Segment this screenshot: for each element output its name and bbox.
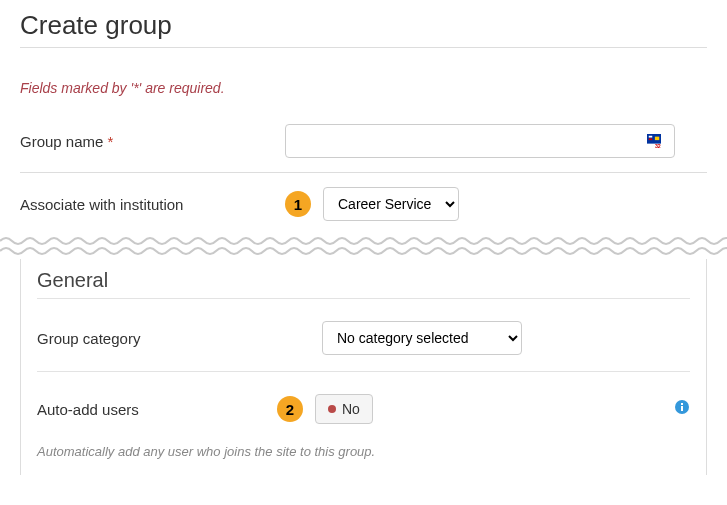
svg-rect-1 xyxy=(649,136,653,138)
general-heading: General xyxy=(37,259,690,298)
divider xyxy=(37,298,690,299)
svg-rect-3 xyxy=(655,137,659,141)
group-name-input[interactable] xyxy=(285,124,675,158)
required-marker: * xyxy=(108,133,114,150)
svg-rect-7 xyxy=(681,403,683,405)
group-category-select[interactable]: No category selected xyxy=(322,321,522,355)
required-fields-note: Fields marked by '*' are required. xyxy=(20,80,707,96)
auto-add-users-label: Auto-add users xyxy=(37,401,277,418)
svg-rect-6 xyxy=(681,406,683,411)
divider xyxy=(37,371,690,372)
group-category-row: Group category No category selected xyxy=(37,315,690,361)
info-icon[interactable] xyxy=(674,399,690,419)
annotation-badge-2: 2 xyxy=(277,396,303,422)
annotation-badge-1: 1 xyxy=(285,191,311,217)
svg-text:32: 32 xyxy=(655,143,661,148)
associate-institution-row: Associate with institution 1 Career Serv… xyxy=(20,173,707,235)
svg-rect-2 xyxy=(649,138,653,140)
general-section: General Group category No category selec… xyxy=(20,259,707,475)
page-title: Create group xyxy=(20,10,707,41)
field-badge-icon: 32 xyxy=(647,134,661,148)
group-name-label: Group name * xyxy=(20,133,285,150)
associate-institution-label: Associate with institution xyxy=(20,196,285,213)
toggle-off-indicator-icon xyxy=(328,405,336,413)
associate-institution-select[interactable]: Career Service xyxy=(323,187,459,221)
auto-add-toggle-text: No xyxy=(342,401,360,417)
auto-add-help-text: Automatically add any user who joins the… xyxy=(37,444,690,459)
group-category-label: Group category xyxy=(37,330,322,347)
auto-add-users-row: Auto-add users 2 No xyxy=(37,388,690,430)
divider xyxy=(20,47,707,48)
auto-add-toggle[interactable]: No xyxy=(315,394,373,424)
group-name-row: Group name * 32 xyxy=(20,118,707,164)
wavy-separator xyxy=(0,235,727,257)
group-name-label-text: Group name xyxy=(20,133,103,150)
